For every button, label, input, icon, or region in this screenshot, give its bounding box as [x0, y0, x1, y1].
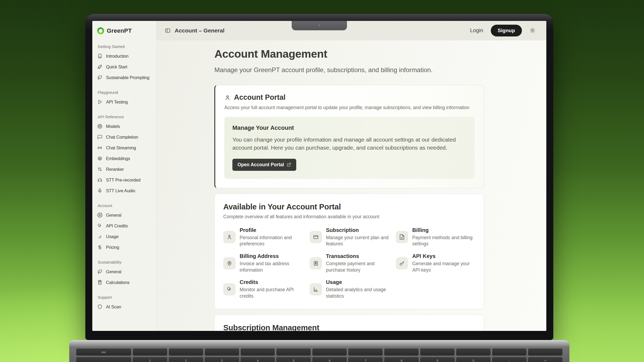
sidebar-item-chat-streaming[interactable]: Chat Streaming	[92, 142, 156, 153]
keyboard-key	[276, 348, 311, 356]
nav-section-title-account: Account	[92, 196, 156, 210]
document-icon	[396, 231, 408, 243]
sidebar-item-general[interactable]: General	[92, 266, 156, 277]
feature-title: Subscription	[326, 227, 389, 233]
play-icon	[97, 99, 103, 105]
subscription-management-card: Subscription Management	[214, 315, 484, 331]
leaf-icon	[97, 269, 103, 274]
feature-text: SubscriptionManage your current plan and…	[326, 227, 389, 247]
manage-account-title: Manage Your Account	[232, 124, 467, 131]
sidebar-toggle-icon[interactable]	[165, 28, 171, 34]
keyboard-key	[528, 348, 562, 356]
open-account-portal-button[interactable]: Open Account Portal	[232, 159, 296, 171]
layers-icon	[97, 156, 103, 161]
keyboard-key: 5	[276, 357, 311, 362]
sidebar-item-label: Chat Streaming	[106, 145, 136, 150]
account-portal-header: Account Portal	[224, 93, 475, 102]
keyboard-row: esc	[76, 348, 562, 356]
feature-credits: CreditsMonitor and purchase API credits	[223, 279, 303, 299]
open-account-portal-label: Open Account Portal	[237, 162, 284, 168]
feature-billing: BillingPayment methods and billing setti…	[396, 227, 475, 247]
sidebar-item-pricing[interactable]: Pricing	[92, 242, 156, 253]
breadcrumb-group: Account – General	[165, 27, 225, 34]
brand-logo[interactable]: GreenPT	[92, 25, 156, 37]
keyboard-key	[205, 348, 239, 356]
sidebar-item-general[interactable]: General	[92, 210, 156, 220]
topbar-actions: Login Signup	[470, 25, 536, 36]
sidebar-item-label: Embeddings	[106, 156, 130, 161]
feature-billing-address: Billing AddressInvoice and tax address i…	[223, 253, 303, 273]
feature-text: TransactionsComplete payment and purchas…	[326, 253, 389, 273]
sidebar-item-api-credits[interactable]: API Credits	[92, 220, 156, 231]
nav-section-title-getting-started: Getting Started	[92, 37, 156, 51]
feature-text: ProfilePersonal information and preferen…	[240, 227, 303, 247]
signup-button[interactable]: Signup	[491, 25, 522, 36]
book-icon	[97, 53, 103, 59]
keyboard-key: 9	[420, 357, 455, 362]
chip-icon	[97, 124, 103, 129]
person-icon	[223, 231, 236, 243]
sidebar: GreenPT Getting StartedIntroductionQuick…	[92, 21, 157, 331]
sidebar-item-introduction[interactable]: Introduction	[92, 51, 156, 61]
feature-description: Invoice and tax address information	[240, 261, 303, 273]
manage-account-body: You can change your profile information …	[232, 136, 467, 152]
sidebar-item-quick-start[interactable]: Quick Start	[92, 61, 156, 72]
feature-text: API KeysGenerate and manage your API key…	[412, 253, 475, 273]
login-link[interactable]: Login	[470, 27, 483, 34]
sidebar-item-calculations[interactable]: Calculations	[92, 277, 156, 288]
account-portal-description: Access your full account management port…	[224, 105, 475, 110]
sidebar-item-api-testing[interactable]: API Testing	[92, 97, 156, 107]
keyboard-key	[456, 348, 491, 356]
sidebar-item-sustainable-prompting[interactable]: Sustainable Prompting	[92, 72, 156, 83]
feature-description: Complete payment and purchase history	[326, 261, 389, 273]
dollar-icon	[97, 245, 103, 250]
sidebar-item-usage[interactable]: Usage	[92, 231, 156, 242]
external-link-icon	[287, 162, 291, 167]
sidebar-item-ai-scan[interactable]: AI Scan	[92, 301, 156, 312]
feature-description: Generate and manage your API keys	[412, 261, 475, 273]
feature-title: Usage	[326, 279, 389, 285]
camera-notch	[292, 21, 347, 30]
topbar: Account – General Login Signup	[157, 21, 546, 40]
sidebar-item-label: Reranker	[106, 167, 124, 172]
sidebar-item-chat-completion[interactable]: Chat Completion	[92, 132, 156, 142]
chat-icon	[97, 134, 103, 140]
feature-description: Payment methods and billing settings	[412, 235, 475, 247]
keyboard-key: 3	[205, 357, 239, 362]
receipt-icon	[310, 257, 322, 269]
gear-icon	[97, 212, 103, 218]
account-portal-title: Account Portal	[234, 93, 286, 102]
main-column: Account – General Login Signup Account M…	[157, 21, 546, 331]
keyboard-key	[169, 348, 203, 356]
features-title: Available in Your Account Portal	[223, 202, 475, 211]
keyboard-key	[384, 348, 419, 356]
app-window: GreenPT Getting StartedIntroductionQuick…	[92, 21, 546, 331]
sidebar-item-label: API Credits	[106, 223, 128, 228]
keyboard-key	[348, 348, 383, 356]
feature-title: Billing	[412, 227, 475, 233]
feature-title: Profile	[240, 227, 303, 233]
credit-card-icon	[310, 231, 322, 243]
sidebar-item-models[interactable]: Models	[92, 121, 156, 132]
sidebar-item-reranker[interactable]: Reranker	[92, 164, 156, 175]
manage-account-panel: Manage Your Account You can change your …	[224, 117, 475, 179]
sidebar-item-stt-pre-recorded[interactable]: STT Pre-recorded	[92, 175, 156, 185]
keyboard-key	[312, 348, 347, 356]
sidebar-item-embeddings[interactable]: Embeddings	[92, 153, 156, 164]
features-grid: ProfilePersonal information and preferen…	[223, 227, 475, 300]
feature-usage: UsageDetailed analytics and usage statis…	[310, 279, 389, 299]
page-title: Account Management	[214, 48, 546, 60]
feature-profile: ProfilePersonal information and preferen…	[223, 227, 303, 247]
greenpt-ring-icon	[97, 27, 104, 34]
keyboard-key: =	[528, 357, 562, 362]
theme-toggle-sun-icon[interactable]	[529, 27, 536, 34]
sidebar-item-label: Introduction	[106, 54, 129, 59]
keyboard-key: 0	[456, 357, 491, 362]
feature-title: Billing Address	[240, 253, 303, 259]
keyboard-key	[492, 348, 526, 356]
nav-section-title-playground: Playground	[92, 83, 156, 97]
sidebar-item-stt-live-audio[interactable]: STT Live Audio	[92, 185, 156, 196]
sidebar-nav: Getting StartedIntroductionQuick StartSu…	[92, 37, 156, 312]
chart-column-icon	[310, 283, 322, 295]
sidebar-item-label: General	[106, 269, 121, 274]
